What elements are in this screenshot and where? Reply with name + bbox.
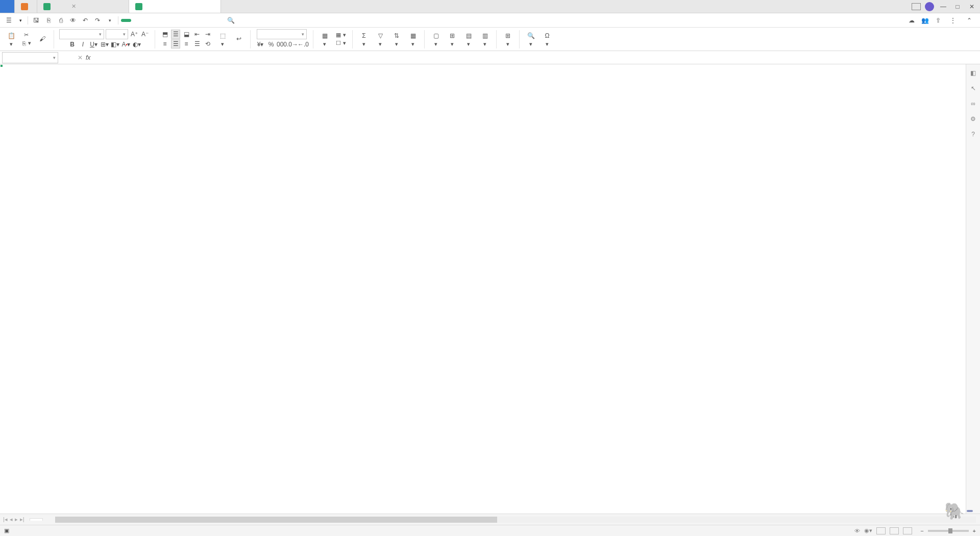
zoom-out-icon[interactable]: − xyxy=(920,528,923,534)
print-preview-icon[interactable]: 👁 xyxy=(67,15,79,26)
close-icon[interactable]: ✕ xyxy=(967,2,977,12)
format-painter-button[interactable]: 🖌 xyxy=(35,34,50,44)
maximize-icon[interactable]: □ xyxy=(952,2,963,12)
decimal-inc-icon[interactable]: .0→ xyxy=(288,40,297,49)
minimize-icon[interactable]: — xyxy=(938,2,948,12)
filter-button[interactable]: ▽▾ xyxy=(373,31,387,47)
align-left-icon[interactable]: ≡ xyxy=(160,39,169,48)
cut-button[interactable]: ✂ xyxy=(23,31,31,39)
sheet-nav-first[interactable]: |◂ xyxy=(3,516,8,523)
zoom-slider[interactable] xyxy=(928,530,969,532)
view-break-icon[interactable] xyxy=(903,527,912,534)
table-tools-button[interactable]: ⊞▾ xyxy=(501,31,515,47)
panel-link-icon[interactable]: ∞ xyxy=(969,99,978,108)
ribbon-tab-dev[interactable] xyxy=(200,19,210,22)
more-icon[interactable]: ▾ xyxy=(104,15,115,26)
ribbon-tab-formula[interactable] xyxy=(155,19,165,22)
name-box[interactable]: ▾ xyxy=(2,52,58,63)
ribbon-tab-data[interactable] xyxy=(166,19,176,22)
save-icon[interactable]: 🖫 xyxy=(31,15,42,26)
tab-daoke[interactable] xyxy=(15,0,37,13)
fill-color-button[interactable]: ◧▾ xyxy=(111,40,120,49)
font-color-button[interactable]: A▾ xyxy=(121,40,131,49)
sheet-nav-next[interactable]: ▸ xyxy=(15,516,18,523)
decrease-font-icon[interactable]: A⁻ xyxy=(140,30,150,39)
eye-icon[interactable]: 👁 xyxy=(854,528,860,534)
options-icon[interactable]: ⋮ xyxy=(947,15,959,26)
cancel-icon[interactable]: ✕ xyxy=(78,54,83,61)
unsaved-button[interactable]: ☁ xyxy=(909,17,916,24)
save-as-icon[interactable]: ⎘ xyxy=(43,15,54,26)
cell-button[interactable]: ▢▾ xyxy=(429,31,443,47)
indent-decrease-icon[interactable]: ⇤ xyxy=(192,30,202,39)
border-button[interactable]: ⊞▾ xyxy=(100,40,109,49)
tab-file1[interactable]: ✕ xyxy=(37,0,129,13)
align-middle-icon[interactable]: ☰ xyxy=(171,30,180,39)
share-button[interactable]: ⇪ xyxy=(936,17,942,24)
hamburger-icon[interactable]: ☰ xyxy=(3,15,14,26)
horizontal-scrollbar[interactable] xyxy=(55,517,976,523)
cell-style-button[interactable]: ☐▾ xyxy=(335,39,347,47)
focus-icon[interactable]: ◉▾ xyxy=(864,527,872,534)
sum-button[interactable]: Σ▾ xyxy=(357,31,371,47)
fill-button[interactable]: ▦▾ xyxy=(406,31,420,47)
ribbon-tab-review[interactable] xyxy=(177,19,187,22)
collapse-icon[interactable]: ⌃ xyxy=(964,15,975,26)
view-normal-icon[interactable] xyxy=(876,527,886,534)
fill-handle[interactable] xyxy=(0,64,3,67)
font-size-combo[interactable]: ▾ xyxy=(106,29,128,39)
align-bottom-icon[interactable]: ⬓ xyxy=(182,30,191,39)
paste-button[interactable]: 📋▾ xyxy=(4,31,18,47)
zoom-in-icon[interactable]: + xyxy=(973,528,976,534)
print-icon[interactable]: ⎙ xyxy=(55,15,66,26)
panel-style-icon[interactable]: ◧ xyxy=(969,68,978,78)
panel-select-icon[interactable]: ↖ xyxy=(969,84,978,93)
avatar[interactable] xyxy=(925,2,934,11)
undo-icon[interactable]: ↶ xyxy=(80,15,91,26)
search-input[interactable] xyxy=(237,17,265,24)
formula-input[interactable] xyxy=(94,52,966,63)
sheet-nav-last[interactable]: ▸| xyxy=(20,516,24,523)
font-combo[interactable]: ▾ xyxy=(59,29,104,39)
ribbon-tab-insert[interactable] xyxy=(132,19,142,22)
notification-badge[interactable] xyxy=(912,3,921,10)
ribbon-tab-view[interactable] xyxy=(188,19,199,22)
sort-button[interactable]: ⇅▾ xyxy=(389,31,404,47)
bold-button[interactable]: B xyxy=(68,40,77,49)
record-icon[interactable]: ▣ xyxy=(4,527,9,534)
redo-icon[interactable]: ↷ xyxy=(92,15,103,26)
spreadsheet-grid[interactable] xyxy=(0,64,966,514)
decimal-dec-icon[interactable]: ←.0 xyxy=(299,40,308,49)
currency-icon[interactable]: ¥▾ xyxy=(256,40,265,49)
sheet-nav-prev[interactable]: ◂ xyxy=(10,516,13,523)
ribbon-tab-member[interactable] xyxy=(211,19,221,22)
tab-file2[interactable] xyxy=(129,0,221,13)
worksheet-button[interactable]: ▤▾ xyxy=(461,31,476,47)
panel-settings-icon[interactable]: ⚙ xyxy=(969,114,978,124)
copy-button[interactable]: ⎘▾ xyxy=(21,39,32,47)
increase-font-icon[interactable]: A⁺ xyxy=(130,30,139,39)
justify-icon[interactable]: ☰ xyxy=(192,39,202,48)
align-top-icon[interactable]: ⬒ xyxy=(160,30,169,39)
indent-increase-icon[interactable]: ⇥ xyxy=(203,30,212,39)
highlight-button[interactable]: ◐▾ xyxy=(132,40,141,49)
comma-icon[interactable]: 000 xyxy=(277,40,286,49)
fx-icon[interactable]: fx xyxy=(86,54,90,61)
number-format-combo[interactable]: ▾ xyxy=(257,29,307,39)
sheet-tab-sheet1[interactable] xyxy=(30,518,43,521)
ribbon-tab-start[interactable] xyxy=(121,19,131,22)
collab-button[interactable]: 👥 xyxy=(921,17,930,24)
panel-help-icon[interactable]: ? xyxy=(969,130,978,139)
merge-button[interactable]: ⬚▾ xyxy=(215,31,230,47)
italic-button[interactable]: I xyxy=(79,40,88,49)
tab-home[interactable] xyxy=(0,0,15,13)
view-layout-icon[interactable] xyxy=(890,527,899,534)
align-right-icon[interactable]: ≡ xyxy=(182,39,191,48)
rowcol-button[interactable]: ⊞▾ xyxy=(445,31,459,47)
wrap-button[interactable]: ↩ xyxy=(232,34,246,44)
underline-button[interactable]: U▾ xyxy=(89,40,99,49)
table-style-button[interactable]: ▦▾ xyxy=(335,31,347,39)
close-icon[interactable]: ✕ xyxy=(71,3,76,10)
file-menu[interactable]: ▾ xyxy=(15,18,25,23)
search-template-input[interactable] xyxy=(267,17,298,24)
